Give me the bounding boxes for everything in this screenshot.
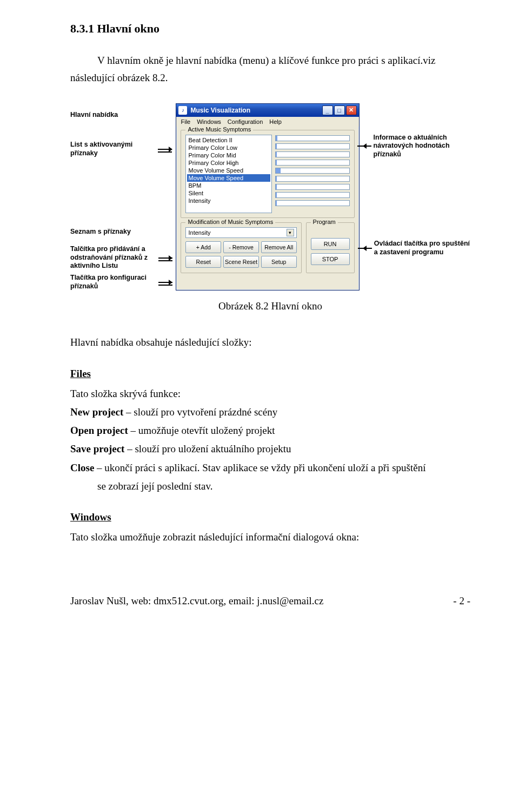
window-title: Music Visualization bbox=[190, 107, 250, 114]
annotation-add-remove-buttons: Talčítka pro přidávání a odstraňování př… bbox=[70, 245, 156, 270]
term-save-project: Save project bbox=[70, 443, 124, 454]
group-program: Program RUN STOP bbox=[306, 222, 355, 273]
files-intro: Tato složka skrývá funkce: bbox=[70, 385, 470, 402]
stop-button[interactable]: STOP bbox=[311, 253, 350, 265]
def-close-line1: Close – ukončí práci s aplikací. Stav ap… bbox=[70, 459, 470, 477]
setup-button[interactable]: Setup bbox=[261, 256, 297, 268]
list-item[interactable]: Primary Color Low bbox=[187, 144, 270, 151]
title-bar[interactable]: ♪ Music Visualization _ □ ✕ bbox=[176, 104, 358, 117]
close-button[interactable]: ✕ bbox=[346, 105, 357, 115]
add-button[interactable]: + Add bbox=[185, 241, 221, 253]
term-open-project: Open project bbox=[70, 425, 128, 436]
group-modification: Modification of Music Symptoms Intensity… bbox=[181, 222, 301, 273]
list-item[interactable]: Primary Color High bbox=[187, 159, 270, 167]
annotation-main-menu: Hlavní nabídka bbox=[70, 111, 118, 120]
value-bar bbox=[275, 176, 349, 182]
value-bar bbox=[275, 184, 349, 190]
page-number: - 2 - bbox=[453, 595, 470, 607]
symptom-combo[interactable]: Intensity ▾ bbox=[185, 227, 296, 238]
desc-close-1: – ukončí práci s aplikací. Stav aplikace… bbox=[94, 462, 425, 473]
intro-paragraph: V hlavním okně je hlavní nabídka (menu) … bbox=[70, 52, 470, 87]
windows-heading: Windows bbox=[70, 511, 470, 523]
menu-help[interactable]: Help bbox=[269, 118, 282, 125]
figure-caption: Obrázek 8.2 Hlavní okno bbox=[70, 300, 470, 312]
section-title: 8.3.1 Hlavní okno bbox=[70, 22, 470, 36]
desc-open-project: – umožňuje otevřít uložený projekt bbox=[128, 425, 275, 436]
minimize-button[interactable]: _ bbox=[322, 105, 333, 115]
annotation-run-stop-buttons: Ovládací tlačítka pro spuštění a zastave… bbox=[374, 240, 470, 256]
menu-file[interactable]: File bbox=[181, 118, 190, 125]
remove-button[interactable]: - Remove bbox=[223, 241, 259, 253]
scene-reset-button[interactable]: Scene Reset bbox=[223, 256, 259, 268]
maximize-button[interactable]: □ bbox=[334, 105, 345, 115]
after-caption-para: Hlavní nabídka obsahuje následující slož… bbox=[70, 334, 470, 351]
value-bar bbox=[275, 200, 349, 206]
app-icon: ♪ bbox=[178, 106, 187, 115]
list-item[interactable]: Beat Detection II bbox=[187, 136, 270, 144]
symptoms-listbox[interactable]: Beat Detection II Primary Color Low Prim… bbox=[185, 135, 272, 213]
value-bar bbox=[275, 143, 349, 149]
group-active-symptoms: Active Music Symptoms Beat Detection II … bbox=[181, 130, 354, 218]
arrow-right-icon bbox=[158, 255, 172, 261]
list-item[interactable]: Silent bbox=[187, 189, 270, 197]
list-item[interactable]: Primary Color Mid bbox=[187, 151, 270, 159]
annotation-config-buttons: Tlačítka pro konfiguraci příznaků bbox=[70, 274, 156, 291]
annotation-active-list: List s aktivovanými příznaky bbox=[70, 141, 156, 157]
value-bar bbox=[275, 135, 349, 141]
annotation-symptom-list: Seznam s příznaky bbox=[70, 228, 131, 236]
value-bar bbox=[275, 168, 349, 174]
value-bar bbox=[275, 192, 349, 198]
value-bar bbox=[275, 151, 349, 157]
figure-main-window: Hlavní nabídka List s aktivovanými přízn… bbox=[70, 103, 470, 291]
arrow-right-icon bbox=[158, 280, 172, 285]
list-item[interactable]: Intensity bbox=[187, 197, 270, 204]
annotation-return-values: Informace o aktuálních návratových hodno… bbox=[374, 134, 470, 159]
windows-intro: Tato složka umožňuje zobrazit následujíc… bbox=[70, 529, 470, 546]
def-new-project: New project – slouží pro vytvoření prázd… bbox=[70, 404, 470, 421]
combo-value: Intensity bbox=[188, 229, 210, 236]
group-prog-legend: Program bbox=[311, 219, 338, 225]
footer-author: Jaroslav Nušl, web: dmx512.cvut.org, ema… bbox=[70, 595, 323, 607]
desc-save-project: – slouží pro uložení aktuálního projektu bbox=[124, 443, 291, 454]
menu-configuration[interactable]: Configuration bbox=[228, 118, 263, 125]
run-button[interactable]: RUN bbox=[311, 238, 350, 250]
value-bars bbox=[275, 135, 349, 213]
desc-new-project: – slouží pro vytvoření prázdné scény bbox=[123, 406, 277, 418]
term-close: Close bbox=[70, 462, 94, 473]
arrow-right-icon bbox=[158, 147, 173, 152]
list-item[interactable]: BPM bbox=[187, 182, 270, 189]
group-active-legend: Active Music Symptoms bbox=[185, 126, 253, 133]
app-window: ♪ Music Visualization _ □ ✕ File Windows… bbox=[176, 103, 359, 291]
list-item-selected[interactable]: Move Volume Speed bbox=[187, 174, 270, 182]
menu-bar: File Windows Configuration Help bbox=[176, 117, 358, 127]
def-save-project: Save project – slouží pro uložení aktuál… bbox=[70, 440, 470, 458]
chevron-down-icon: ▾ bbox=[287, 229, 294, 236]
arrow-left-icon bbox=[363, 246, 372, 251]
group-mod-legend: Modification of Music Symptoms bbox=[185, 219, 275, 225]
term-new-project: New project bbox=[70, 406, 123, 418]
arrow-left-icon bbox=[363, 143, 371, 149]
reset-button[interactable]: Reset bbox=[185, 256, 221, 268]
remove-all-button[interactable]: Remove All bbox=[261, 241, 297, 253]
menu-windows[interactable]: Windows bbox=[197, 118, 221, 125]
list-item[interactable]: Move Volume Speed bbox=[187, 167, 270, 174]
def-close-line2: se zobrazí její poslední stav. bbox=[70, 478, 470, 495]
files-heading: Files bbox=[70, 368, 470, 380]
value-bar bbox=[275, 160, 349, 166]
def-open-project: Open project – umožňuje otevřít uložený … bbox=[70, 422, 470, 439]
